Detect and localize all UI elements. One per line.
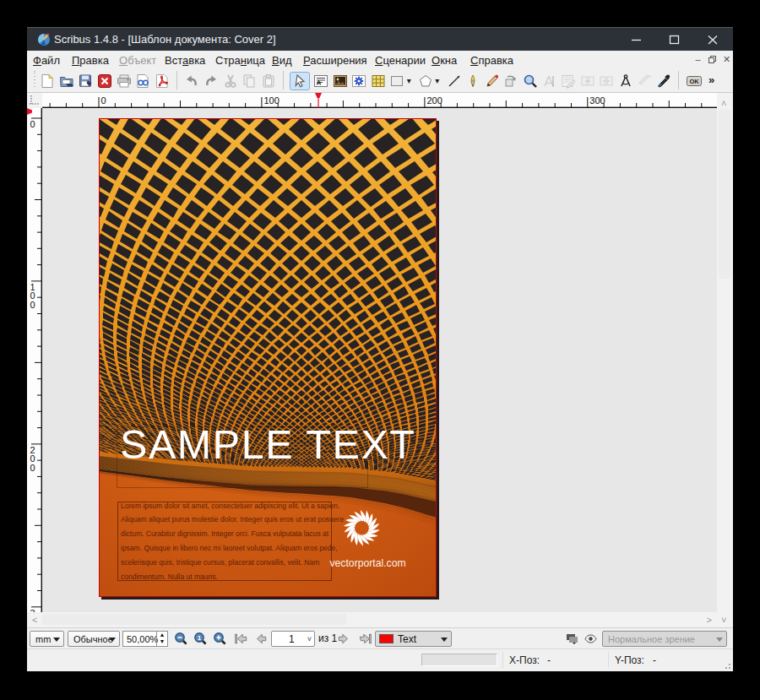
svg-text:1: 1 bbox=[198, 634, 202, 642]
svg-text:200: 200 bbox=[426, 95, 442, 106]
svg-text:0: 0 bbox=[30, 119, 35, 129]
svg-text:SAMPLE TEXT: SAMPLE TEXT bbox=[120, 421, 415, 467]
svg-text:100: 100 bbox=[263, 95, 279, 106]
svg-text:vectorportal.com: vectorportal.com bbox=[330, 557, 406, 569]
svg-text:0: 0 bbox=[30, 463, 35, 473]
svg-text:0: 0 bbox=[101, 95, 106, 106]
svg-text:300: 300 bbox=[589, 95, 605, 106]
svg-text:0: 0 bbox=[30, 300, 35, 310]
svg-text:OK: OK bbox=[689, 78, 699, 85]
